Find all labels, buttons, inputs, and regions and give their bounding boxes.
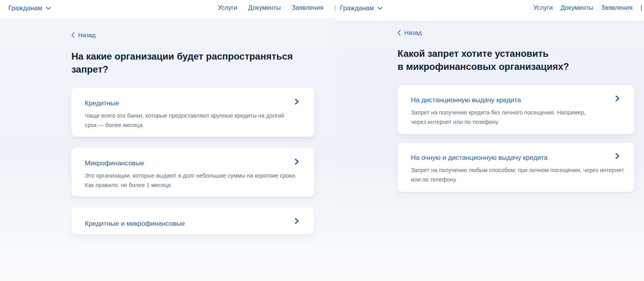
audience-dropdown[interactable]: Гражданам (8, 4, 51, 12)
top-navigation-bar: Гражданам Услуги Документы Заявления | (336, 0, 644, 21)
chevron-down-icon (46, 7, 51, 10)
back-button[interactable]: Назад (398, 29, 422, 36)
option-card-title: На очную и дистанционную выдачу кредита (411, 154, 600, 162)
nav-item-documents[interactable]: Документы (560, 4, 593, 11)
top-navigation-bar: Гражданам Услуги Документы Заявления | (0, 0, 336, 18)
option-card-description: Это организации, которые выдают в долг н… (85, 171, 279, 190)
option-card-description: Запрет на получение кредита без личного … (411, 108, 600, 127)
audience-dropdown-label: Гражданам (340, 4, 374, 12)
nav-item-documents[interactable]: Документы (248, 4, 280, 11)
audience-dropdown-label: Гражданам (8, 4, 42, 12)
chevron-right-icon (615, 153, 620, 159)
window-right: Гражданам Услуги Документы Заявления | Н… (336, 0, 644, 281)
option-card-title: Кредитные (85, 99, 279, 107)
option-card-credit[interactable]: Кредитные Чаще всего это банки, которые … (71, 88, 314, 137)
option-card-microfinance[interactable]: Микрофинансовые Это организации, которые… (71, 148, 314, 197)
main-nav: Услуги Документы Заявления | (533, 4, 642, 11)
option-card-list: На дистанционную выдачу кредита Запрет н… (398, 85, 644, 192)
option-card-title: На дистанционную выдачу кредита (411, 96, 600, 104)
window-left: Гражданам Услуги Документы Заявления | Н… (0, 0, 336, 281)
chevron-right-icon (294, 99, 299, 105)
main-nav: Услуги Документы Заявления | (218, 4, 336, 11)
audience-dropdown[interactable]: Гражданам (340, 4, 383, 12)
page-content: Назад Какой запрет хотите установить в м… (336, 21, 644, 192)
option-card-list: Кредитные Чаще всего это банки, которые … (71, 88, 336, 234)
option-card-description: Чаще всего это банки, которые предоставл… (85, 111, 279, 130)
option-card-title: Кредитные и микрофинансовые (85, 219, 185, 228)
option-card-credit-and-microfinance[interactable]: Кредитные и микрофинансовые (71, 208, 314, 234)
page-title: Какой запрет хотите установить в микрофи… (398, 47, 644, 73)
nav-separator: | (640, 4, 642, 11)
back-button-label: Назад (78, 32, 95, 39)
nav-item-applications[interactable]: Заявления (292, 4, 323, 11)
chevron-right-icon (615, 96, 620, 101)
nav-item-services[interactable]: Услуги (533, 4, 553, 11)
back-button[interactable]: Назад (71, 32, 95, 39)
chevron-right-icon (294, 218, 299, 224)
chevron-right-icon (294, 159, 299, 165)
back-button-label: Назад (404, 29, 422, 36)
page-content: Назад На какие организации будет распрос… (0, 18, 336, 234)
nav-item-services[interactable]: Услуги (218, 4, 237, 11)
chevron-down-icon (377, 7, 383, 10)
option-card-description: Запрет на получение любым способом: при … (411, 165, 600, 184)
option-card-inperson-and-remote-credit-ban[interactable]: На очную и дистанционную выдачу кредита … (398, 143, 634, 192)
page-title: На какие организации будет распространят… (71, 50, 336, 76)
nav-separator: | (334, 4, 336, 11)
option-card-title: Микрофинансовые (85, 159, 279, 167)
chevron-left-icon (71, 32, 75, 38)
nav-item-applications[interactable]: Заявления (601, 4, 633, 11)
chevron-left-icon (398, 30, 401, 36)
option-card-remote-credit-ban[interactable]: На дистанционную выдачу кредита Запрет н… (398, 85, 634, 134)
